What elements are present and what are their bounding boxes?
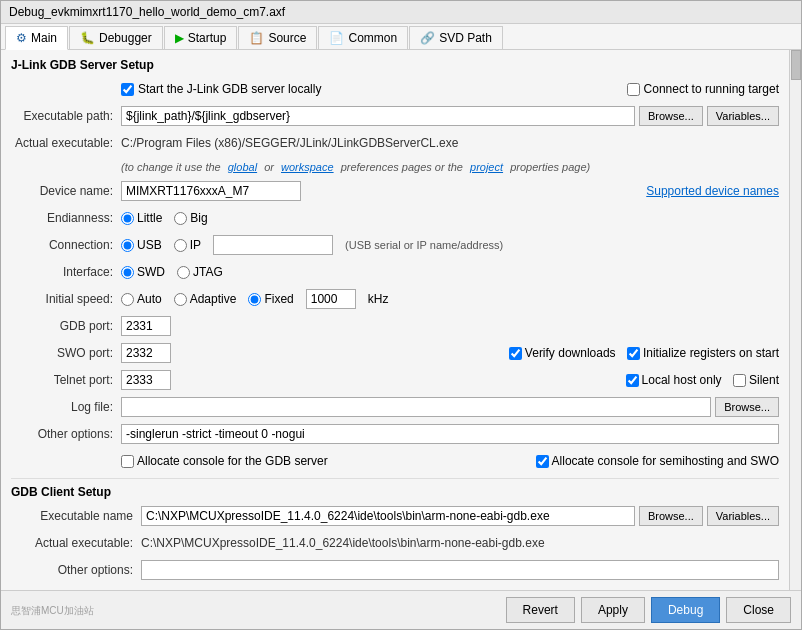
scroll-thumb[interactable] <box>791 50 801 80</box>
connection-label: Connection: <box>11 238 121 252</box>
endianness-big-option[interactable]: Big <box>174 211 207 225</box>
tab-main[interactable]: ⚙ Main <box>5 26 68 50</box>
start-server-checkbox[interactable] <box>121 83 134 96</box>
exec-path-input[interactable] <box>121 106 635 126</box>
gdb-port-input[interactable] <box>121 316 171 336</box>
interface-swd-radio[interactable] <box>121 266 134 279</box>
init-registers-option[interactable]: Initialize registers on start <box>627 346 779 360</box>
source-tab-label: Source <box>268 31 306 45</box>
debugger-tab-label: Debugger <box>99 31 152 45</box>
gdb-exec-variables-btn[interactable]: Variables... <box>707 506 779 526</box>
log-file-input[interactable] <box>121 397 711 417</box>
endianness-big-label: Big <box>190 211 207 225</box>
tab-source[interactable]: 📋 Source <box>238 26 317 49</box>
log-file-browse-btn[interactable]: Browse... <box>715 397 779 417</box>
speed-fixed-label: Fixed <box>264 292 293 306</box>
startup-tab-icon: ▶ <box>175 31 184 45</box>
device-name-row: Device name: Supported device names <box>11 180 779 202</box>
verify-downloads-checkbox[interactable] <box>509 347 522 360</box>
swo-port-input[interactable] <box>121 343 171 363</box>
init-registers-checkbox[interactable] <box>627 347 640 360</box>
local-host-checkbox[interactable] <box>626 374 639 387</box>
debugger-tab-icon: 🐛 <box>80 31 95 45</box>
revert-button[interactable]: Revert <box>506 597 575 623</box>
supported-device-names-link[interactable]: Supported device names <box>646 184 779 198</box>
allocate-gdb-checkbox[interactable] <box>121 455 134 468</box>
ip-address-input[interactable] <box>213 235 333 255</box>
telnet-port-input[interactable] <box>121 370 171 390</box>
connection-ip-label: IP <box>190 238 201 252</box>
speed-fixed-option[interactable]: Fixed <box>248 292 293 306</box>
device-name-input[interactable] <box>121 181 301 201</box>
speed-adaptive-option[interactable]: Adaptive <box>174 292 237 306</box>
gdb-exec-name-input[interactable] <box>141 506 635 526</box>
speed-adaptive-radio[interactable] <box>174 293 187 306</box>
allocate-swo-option[interactable]: Allocate console for semihosting and SWO <box>536 454 779 468</box>
device-name-label: Device name: <box>11 184 121 198</box>
hint-project-link[interactable]: project <box>470 161 503 173</box>
tab-startup[interactable]: ▶ Startup <box>164 26 238 49</box>
scroll-track[interactable] <box>789 50 801 590</box>
close-button[interactable]: Close <box>726 597 791 623</box>
interface-jtag-radio[interactable] <box>177 266 190 279</box>
actual-exec-label: Actual executable: <box>11 136 121 150</box>
source-tab-icon: 📋 <box>249 31 264 45</box>
endianness-big-radio[interactable] <box>174 212 187 225</box>
footer: 思智浦MCU加油站 Revert Apply Debug Close <box>1 590 801 629</box>
speed-auto-option[interactable]: Auto <box>121 292 162 306</box>
interface-swd-option[interactable]: SWD <box>121 265 165 279</box>
endianness-little-radio[interactable] <box>121 212 134 225</box>
gdb-exec-browse-btn[interactable]: Browse... <box>639 506 703 526</box>
hint-text-prefix: (to change it use the <box>121 161 221 173</box>
connect-running-label: Connect to running target <box>644 82 779 96</box>
gdb-other-options-input[interactable] <box>141 560 779 580</box>
gdb-port-row: GDB port: <box>11 315 779 337</box>
common-tab-label: Common <box>348 31 397 45</box>
debug-button[interactable]: Debug <box>651 597 720 623</box>
server-options-row: Start the J-Link GDB server locally Conn… <box>11 78 779 100</box>
hint-or: or <box>264 161 274 173</box>
init-registers-label: Initialize registers on start <box>643 346 779 360</box>
speed-unit-label: kHz <box>368 292 389 306</box>
connection-ip-radio[interactable] <box>174 239 187 252</box>
allocate-swo-checkbox[interactable] <box>536 455 549 468</box>
hint-global-link[interactable]: global <box>228 161 257 173</box>
gdb-exec-name-row: Executable name Browse... Variables... <box>11 505 779 527</box>
log-file-label: Log file: <box>11 400 121 414</box>
interface-jtag-option[interactable]: JTAG <box>177 265 223 279</box>
connection-usb-option[interactable]: USB <box>121 238 162 252</box>
hint-properties: properties page) <box>510 161 590 173</box>
tab-debugger[interactable]: 🐛 Debugger <box>69 26 163 49</box>
gdb-exec-name-label: Executable name <box>11 509 141 523</box>
other-options-input[interactable] <box>121 424 779 444</box>
allocate-gdb-option[interactable]: Allocate console for the GDB server <box>121 454 328 468</box>
silent-option[interactable]: Silent <box>733 373 779 387</box>
interface-label: Interface: <box>11 265 121 279</box>
endianness-label: Endianness: <box>11 211 121 225</box>
speed-auto-radio[interactable] <box>121 293 134 306</box>
endianness-row: Endianness: Little Big <box>11 207 779 229</box>
endianness-little-option[interactable]: Little <box>121 211 162 225</box>
allocate-options-row: Allocate console for the GDB server Allo… <box>11 450 779 472</box>
tab-common[interactable]: 📄 Common <box>318 26 408 49</box>
connection-usb-radio[interactable] <box>121 239 134 252</box>
hint-workspace-link[interactable]: workspace <box>281 161 334 173</box>
watermark: 思智浦MCU加油站 <box>11 605 94 616</box>
interface-jtag-label: JTAG <box>193 265 223 279</box>
verify-downloads-option[interactable]: Verify downloads <box>509 346 616 360</box>
tab-svd-path[interactable]: 🔗 SVD Path <box>409 26 503 49</box>
dialog-title: Debug_evkmimxrt1170_hello_world_demo_cm7… <box>9 5 285 19</box>
connection-ip-option[interactable]: IP <box>174 238 201 252</box>
actual-exec-value: C:/Program Files (x86)/SEGGER/JLink/JLin… <box>121 136 779 150</box>
ip-hint-text: (USB serial or IP name/address) <box>345 239 503 251</box>
local-host-option[interactable]: Local host only <box>626 373 722 387</box>
speed-value-input[interactable] <box>306 289 356 309</box>
connect-running-checkbox[interactable] <box>627 83 640 96</box>
speed-fixed-radio[interactable] <box>248 293 261 306</box>
actual-exec-row: Actual executable: C:/Program Files (x86… <box>11 132 779 154</box>
exec-path-browse-btn[interactable]: Browse... <box>639 106 703 126</box>
apply-button[interactable]: Apply <box>581 597 645 623</box>
silent-checkbox[interactable] <box>733 374 746 387</box>
content-area: J-Link GDB Server Setup Start the J-Link… <box>1 50 789 590</box>
exec-path-variables-btn[interactable]: Variables... <box>707 106 779 126</box>
